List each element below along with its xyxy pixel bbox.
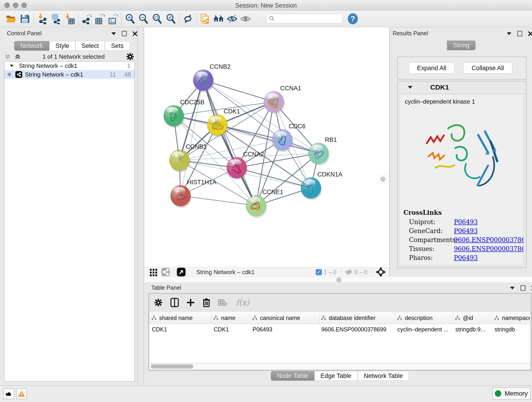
selected-nodes-checkbox-icon[interactable]: ✓ xyxy=(316,269,322,275)
float-panel-icon[interactable] xyxy=(517,31,522,36)
panel-menu-icon[interactable] xyxy=(111,32,116,35)
node-CCNB1[interactable]: CCNB1 xyxy=(169,143,207,172)
table-options-gear-icon[interactable] xyxy=(154,298,163,307)
close-panel-icon[interactable] xyxy=(133,32,137,36)
import-table-file-icon[interactable] xyxy=(64,13,75,24)
zoom-out-icon[interactable] xyxy=(138,13,149,24)
column-header[interactable]: database identifier xyxy=(319,312,395,324)
crosslink-link[interactable]: P06493 xyxy=(454,218,478,225)
column-header[interactable]: canonical name xyxy=(250,312,319,324)
crosslink-link[interactable]: 9606.ENSP00000378699 xyxy=(454,245,524,252)
create-column-plus-icon[interactable] xyxy=(186,298,195,307)
table-cell[interactable]: CDK1 xyxy=(150,324,211,335)
protein-header[interactable]: CDK1 xyxy=(398,81,526,94)
network-options-gear-icon[interactable] xyxy=(126,52,134,61)
network-collection-row[interactable]: String Network – cdk1 1 xyxy=(4,61,134,70)
column-header[interactable]: shared name xyxy=(150,312,211,324)
warning-button[interactable] xyxy=(16,388,27,399)
table-row[interactable]: CDK1CDK1P064939606.ENSP00000378699cyclin… xyxy=(150,324,530,335)
node-CCNE1[interactable]: CCNE1 xyxy=(246,189,283,218)
save-session-icon[interactable] xyxy=(19,13,30,24)
table-cell[interactable]: P06493 xyxy=(250,324,319,335)
table-cell[interactable]: stringdb xyxy=(492,324,530,335)
memory-button[interactable]: Memory xyxy=(492,387,531,400)
export-table-icon[interactable] xyxy=(94,13,105,24)
tab-string[interactable]: String xyxy=(447,41,476,50)
column-header[interactable]: description xyxy=(395,312,453,324)
search-input[interactable] xyxy=(275,15,340,22)
node-CDK1[interactable]: CDK1 xyxy=(207,108,240,137)
edge-CCNB2-HIST1H1A[interactable] xyxy=(181,80,203,196)
tab-node-table[interactable]: Node Table xyxy=(271,371,314,381)
scrollbar-thumb[interactable] xyxy=(151,364,193,369)
table-cell[interactable]: cyclin–dependent ... xyxy=(395,324,453,335)
function-builder-icon[interactable]: f(x) xyxy=(235,297,251,308)
expand-all-button[interactable]: Expand All xyxy=(409,63,455,74)
import-network-database-icon[interactable] xyxy=(50,13,61,24)
crosslink-link[interactable]: P06493 xyxy=(454,227,478,235)
collapse-section-icon[interactable] xyxy=(408,86,412,89)
import-network-file-icon[interactable] xyxy=(37,13,48,24)
column-header[interactable]: namespace xyxy=(492,312,530,324)
node-HIST1H1A[interactable]: HIST1H1A xyxy=(171,179,216,208)
edge-CCNB2-CCNE1[interactable] xyxy=(203,80,256,206)
search-box[interactable] xyxy=(266,14,342,23)
table-cell[interactable]: CDK1 xyxy=(211,324,250,335)
node-CCNA1[interactable]: CCNA1 xyxy=(264,85,301,114)
zoom-selected-icon[interactable] xyxy=(165,13,177,24)
node-CCNB2[interactable]: CCNB2 xyxy=(193,63,231,92)
pan-crosshair-icon[interactable] xyxy=(376,267,386,277)
export-network-icon[interactable] xyxy=(81,13,92,24)
apply-layout-icon[interactable] xyxy=(182,13,193,24)
table-hscrollbar[interactable] xyxy=(149,364,530,369)
collapse-all-button[interactable]: Collapse All xyxy=(463,63,512,74)
panel-menu-icon[interactable] xyxy=(510,287,515,289)
collapse-all-chevron-icon[interactable] xyxy=(4,53,11,60)
cloud-status-button[interactable] xyxy=(3,388,14,399)
show-columns-icon[interactable] xyxy=(171,298,179,307)
edge-CCNA2-CDKN1A[interactable] xyxy=(237,168,311,188)
attribute-table[interactable]: shared namenamecanonical namedatabase id… xyxy=(149,312,530,363)
node-CDKN1A[interactable]: CDKN1A xyxy=(301,171,342,200)
network-row-selected[interactable]: String Network – cdk1 11 48 xyxy=(4,70,134,79)
table-cell[interactable]: 9606.ENSP00000378699 xyxy=(319,324,395,335)
birds-eye-grid-icon[interactable] xyxy=(149,268,158,276)
tab-network-table[interactable]: Network Table xyxy=(358,371,409,381)
help-icon[interactable]: ? xyxy=(347,13,358,24)
horizontal-splitter[interactable] xyxy=(144,277,532,283)
first-neighbors-icon[interactable] xyxy=(213,13,224,24)
node-RB1[interactable]: RB1 xyxy=(308,136,337,166)
panel-menu-icon[interactable] xyxy=(507,32,511,35)
tab-network[interactable]: Network xyxy=(14,41,49,51)
delete-column-trash-icon[interactable] xyxy=(203,298,210,307)
export-image-icon[interactable] xyxy=(107,13,118,24)
show-graphics-details-eye-icon[interactable] xyxy=(240,13,251,24)
open-in-browser-icon[interactable] xyxy=(177,268,186,277)
clone-network-icon[interactable] xyxy=(199,13,210,24)
crosslink-link[interactable]: 9606.ENSP00000378699 xyxy=(454,236,524,243)
network-canvas[interactable]: CCNB2CCNA1CDC25BCDK1CDC6RB1CCNB1CCNA2CDK… xyxy=(144,27,389,267)
open-session-icon[interactable] xyxy=(6,13,17,24)
column-header[interactable]: @id xyxy=(453,312,492,324)
table-cell[interactable]: stringdb:9... xyxy=(453,324,492,335)
zoom-in-icon[interactable] xyxy=(125,13,136,24)
node-CDC25B[interactable]: CDC25B xyxy=(164,99,205,128)
tab-sets[interactable]: Sets xyxy=(105,41,130,51)
string-view-share-icon[interactable] xyxy=(161,268,170,276)
tab-edge-table[interactable]: Edge Table xyxy=(314,371,358,381)
tab-select[interactable]: Select xyxy=(75,41,105,51)
left-splitter[interactable] xyxy=(138,27,138,385)
tab-style[interactable]: Style xyxy=(49,41,75,51)
close-panel-icon[interactable] xyxy=(528,32,532,36)
delete-table-icon[interactable] xyxy=(218,299,227,306)
column-header[interactable]: name xyxy=(211,312,250,324)
zoom-fit-icon[interactable] xyxy=(152,13,163,24)
expand-all-chevron-icon[interactable] xyxy=(14,53,21,60)
right-splitter-handle[interactable] xyxy=(379,175,387,184)
float-panel-icon[interactable] xyxy=(122,31,127,36)
float-panel-icon[interactable] xyxy=(520,285,525,291)
crosslink-link[interactable]: P06493 xyxy=(454,254,478,261)
edge-HIST1H1A-CCNE1[interactable] xyxy=(181,196,256,206)
tree-expand-icon[interactable] xyxy=(10,65,13,67)
hide-selected-eye-slash-icon[interactable] xyxy=(227,13,238,24)
